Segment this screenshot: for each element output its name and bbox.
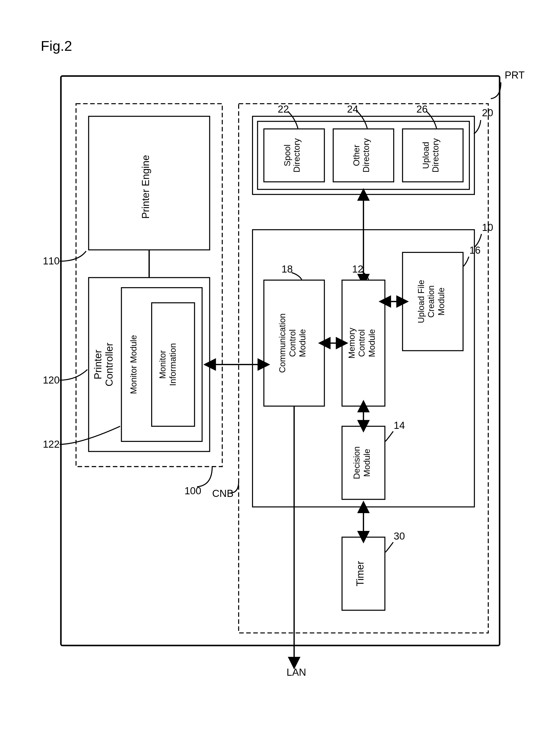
n24-label: 24 xyxy=(347,103,358,115)
svg-text:Creation: Creation xyxy=(426,285,436,318)
svg-text:Upload File: Upload File xyxy=(416,280,426,323)
n30-label: 30 xyxy=(394,530,405,541)
n122-label: 122 xyxy=(43,438,59,450)
svg-text:Module: Module xyxy=(437,288,446,316)
svg-text:Upload: Upload xyxy=(421,142,431,169)
svg-text:Decision: Decision xyxy=(352,446,361,479)
printer-controller-label-2: Controller xyxy=(103,343,115,386)
prt-label: PRT xyxy=(505,69,525,81)
n10-label: 10 xyxy=(482,222,493,233)
svg-text:Directory: Directory xyxy=(292,138,301,172)
n14-label: 14 xyxy=(394,420,405,431)
svg-text:Directory: Directory xyxy=(361,138,371,172)
svg-text:Directory: Directory xyxy=(431,138,440,172)
svg-text:Control: Control xyxy=(288,329,297,357)
monitor-module-label: Monitor Module xyxy=(128,335,138,394)
svg-text:Spool: Spool xyxy=(282,144,292,166)
svg-text:Module: Module xyxy=(362,449,372,477)
svg-text:Control: Control xyxy=(357,329,366,357)
n120-label: 120 xyxy=(43,374,59,386)
monitor-info-1: Monitor xyxy=(158,350,168,379)
n12-label: 12 xyxy=(352,263,363,275)
svg-text:Module: Module xyxy=(367,329,377,357)
timer-label: Timer xyxy=(354,561,366,587)
svg-text:Module: Module xyxy=(298,329,307,357)
printer-engine-label: Printer Engine xyxy=(140,155,151,219)
figure-title: Fig.2 xyxy=(41,38,72,54)
svg-text:Other: Other xyxy=(351,144,361,166)
n20-label: 20 xyxy=(482,107,493,118)
svg-text:Communication: Communication xyxy=(277,313,287,373)
n22-label: 22 xyxy=(278,103,289,115)
svg-text:Memory: Memory xyxy=(347,328,356,359)
n110-label: 110 xyxy=(43,255,59,267)
diagram: Fig.2 PRT 100 Printer Engine 110 Printer… xyxy=(10,10,550,721)
n26-label: 26 xyxy=(416,103,428,115)
n16-label: 16 xyxy=(469,245,481,256)
lan-label: LAN xyxy=(287,667,306,678)
n18-label: 18 xyxy=(282,263,293,275)
monitor-info-2: Information xyxy=(168,343,177,386)
printer-controller-label-1: Printer xyxy=(92,350,103,380)
